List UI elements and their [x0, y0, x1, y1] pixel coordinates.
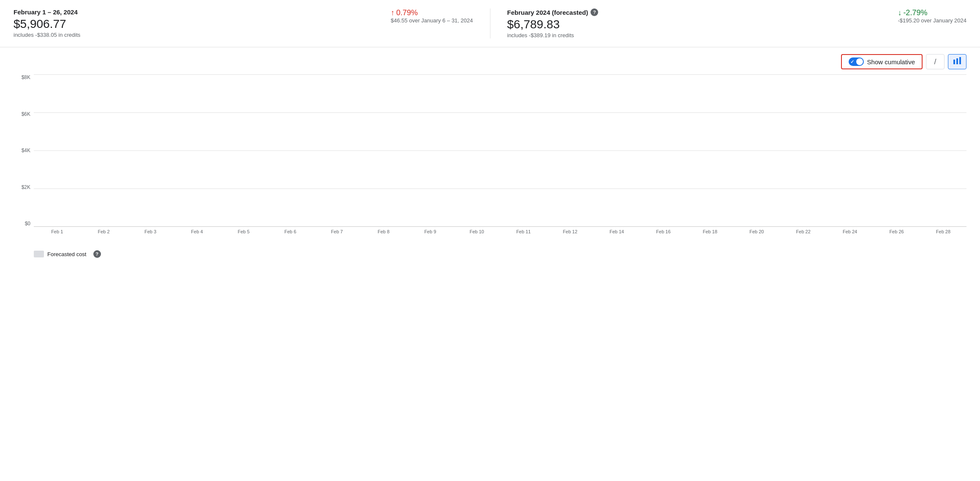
bar-group-0: [35, 74, 80, 227]
forecasted-cost-label: Forecasted cost: [47, 251, 87, 257]
line-chart-icon: /: [934, 57, 936, 66]
card-current-pct: ↑ 0.79%: [391, 8, 418, 17]
bar-group-8: [407, 74, 453, 227]
x-label-9: Feb 10: [454, 229, 500, 234]
down-arrow-icon: ↓: [898, 8, 901, 17]
card-current-amount: $5,906.77: [14, 17, 391, 31]
x-axis: Feb 1Feb 2Feb 3Feb 4Feb 5Feb 6Feb 7Feb 8…: [34, 227, 966, 243]
bar-chart-button[interactable]: [948, 54, 966, 69]
card-forecasted: February 2024 (forecasted) ? $6,789.83 i…: [490, 8, 967, 38]
card-forecasted-pct-detail: -$195.20 over January 2024: [898, 17, 966, 24]
chart-bottom-axis: [34, 226, 966, 227]
y-axis: $0 $2K $4K $6K $8K: [14, 74, 34, 227]
chart-container: ✓ Show cumulative / $0 $2K $4K $6K $8K: [0, 47, 980, 265]
bar-group-16: [780, 74, 826, 227]
x-label-3: Feb 4: [174, 229, 220, 234]
y-label-8k: $8K: [14, 74, 34, 80]
bar-group-19: [920, 74, 966, 227]
bar-group-17: [827, 74, 872, 227]
card-forecasted-credits: includes -$389.19 in credits: [507, 32, 898, 38]
card-current: February 1 – 26, 2024 $5,906.77 includes…: [14, 8, 490, 38]
bar-group-10: [501, 74, 546, 227]
up-arrow-icon: ↑: [391, 8, 395, 17]
bars-area: [34, 74, 966, 227]
y-label-4k: $4K: [14, 148, 34, 153]
x-label-0: Feb 1: [34, 229, 80, 234]
legend-help-icon[interactable]: ?: [93, 250, 101, 258]
bar-group-12: [594, 74, 640, 227]
bar-group-9: [454, 74, 500, 227]
bar-group-1: [81, 74, 127, 227]
bar-group-13: [640, 74, 686, 227]
x-label-7: Feb 8: [360, 229, 407, 234]
cumulative-toggle[interactable]: ✓: [849, 57, 864, 66]
x-label-8: Feb 9: [407, 229, 453, 234]
x-label-13: Feb 16: [640, 229, 686, 234]
toggle-check-icon: ✓: [850, 59, 854, 65]
x-label-4: Feb 5: [220, 229, 267, 234]
line-chart-button[interactable]: /: [926, 54, 945, 69]
svg-rect-0: [953, 60, 955, 64]
top-cards: February 1 – 26, 2024 $5,906.77 includes…: [0, 0, 980, 47]
show-cumulative-button[interactable]: ✓ Show cumulative: [841, 54, 923, 69]
x-label-11: Feb 12: [547, 229, 593, 234]
chart-controls: ✓ Show cumulative /: [14, 54, 966, 69]
x-label-17: Feb 24: [827, 229, 873, 234]
forecasted-cost-swatch: [34, 251, 44, 257]
card-forecasted-date: February 2024 (forecasted) ?: [507, 8, 898, 16]
bar-group-18: [873, 74, 919, 227]
x-label-18: Feb 26: [873, 229, 920, 234]
x-label-19: Feb 28: [920, 229, 966, 234]
bar-group-2: [128, 74, 174, 227]
chart-inner: [34, 74, 966, 227]
show-cumulative-label: Show cumulative: [867, 58, 915, 66]
bar-group-3: [174, 74, 220, 227]
x-label-16: Feb 22: [780, 229, 827, 234]
chart-legend: Forecasted cost ?: [14, 243, 966, 265]
y-label-6k: $6K: [14, 111, 34, 117]
chart-area: $0 $2K $4K $6K $8K Feb 1Feb 2Feb 3Feb 4F…: [14, 74, 966, 243]
x-label-15: Feb 20: [733, 229, 780, 234]
card-current-pct-detail: $46.55 over January 6 – 31, 2024: [391, 17, 473, 24]
forecasted-help-icon[interactable]: ?: [591, 8, 598, 16]
bar-group-15: [733, 74, 779, 227]
card-current-date: February 1 – 26, 2024: [14, 8, 391, 16]
bar-group-6: [314, 74, 360, 227]
y-label-2k: $2K: [14, 184, 34, 190]
x-label-10: Feb 11: [500, 229, 547, 234]
x-label-12: Feb 14: [593, 229, 640, 234]
bar-chart-icon: [953, 57, 961, 67]
y-label-0k: $0: [14, 221, 34, 227]
card-current-credits: includes -$338.05 in credits: [14, 32, 391, 38]
svg-rect-1: [956, 58, 958, 64]
bar-group-5: [267, 74, 313, 227]
x-label-14: Feb 18: [687, 229, 733, 234]
bar-group-14: [687, 74, 732, 227]
x-label-6: Feb 7: [313, 229, 360, 234]
bar-group-11: [547, 74, 593, 227]
bar-group-4: [221, 74, 267, 227]
card-forecasted-pct: ↓ -2.79%: [898, 8, 927, 17]
card-forecasted-amount: $6,789.83: [507, 18, 898, 31]
x-label-2: Feb 3: [127, 229, 174, 234]
svg-rect-2: [959, 57, 961, 64]
x-label-5: Feb 6: [267, 229, 313, 234]
x-label-1: Feb 2: [80, 229, 127, 234]
bar-group-7: [361, 74, 406, 227]
